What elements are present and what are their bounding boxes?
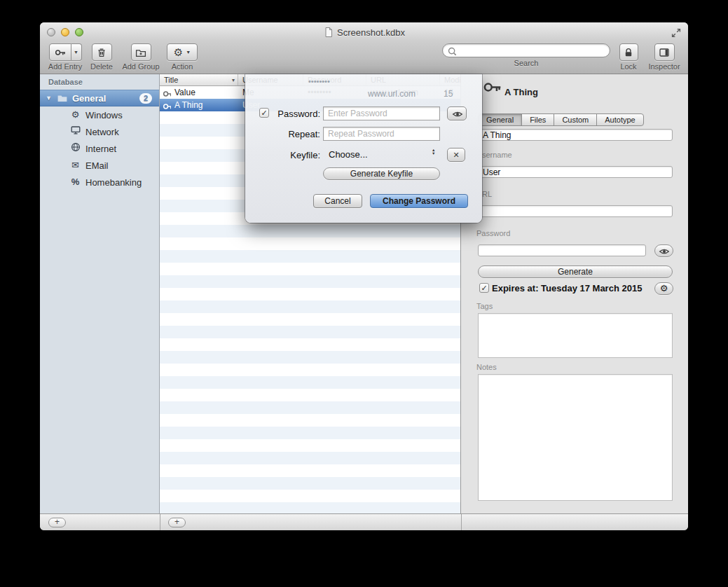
folder-icon: [57, 92, 68, 104]
action-label: Action: [166, 62, 198, 71]
reveal-password-button[interactable]: [447, 106, 467, 120]
add-entry-label: Add Entry: [47, 62, 83, 71]
tab-autotype[interactable]: Autotype: [597, 114, 643, 125]
show-password-button[interactable]: [654, 244, 673, 257]
sidebar-item-label: Windows: [85, 110, 123, 120]
toolbar-add-entry: ▼ Add Entry: [47, 43, 83, 71]
folder-plus-icon: [135, 47, 146, 58]
sidebar-item-label: Internet: [85, 144, 116, 154]
ghost-modified-text: 15: [444, 89, 453, 99]
close-icon: ✕: [453, 151, 459, 160]
ghost-url-text: www.url.com: [368, 89, 415, 99]
bottom-bar: + +: [40, 513, 688, 530]
add-entry-footer-button[interactable]: +: [168, 518, 186, 527]
toolbar-action: ⚙ ▼ Action: [166, 43, 198, 71]
inspector-tabs: General Files Custom Autotype: [478, 113, 644, 126]
sidebar: Database ▼ General 2 ⚙ Windows Network I…: [40, 74, 160, 513]
sidebar-group-label: General: [72, 93, 106, 104]
add-entry-dropdown[interactable]: ▼: [71, 43, 82, 61]
divider: [461, 514, 462, 530]
fullscreen-icon[interactable]: [671, 27, 681, 38]
cancel-button[interactable]: Cancel: [313, 194, 362, 208]
notes-field[interactable]: [478, 374, 673, 501]
keyfile-popup[interactable]: Choose...: [323, 148, 440, 162]
window-title-text: Screenshot.kdbx: [337, 27, 405, 38]
notes-label: Notes: [476, 363, 497, 371]
toolbar-delete: Delete: [86, 43, 117, 71]
sidebar-group-general[interactable]: ▼ General 2: [40, 90, 159, 106]
url-field[interactable]: [478, 205, 673, 217]
dialog-password-label: Password:: [245, 109, 320, 119]
delete-button[interactable]: [92, 43, 112, 61]
tab-files[interactable]: Files: [522, 114, 554, 125]
entry-title: Value: [174, 88, 195, 97]
toolbar-inspector: Inspector: [645, 43, 683, 71]
add-group-label: Add Group: [120, 62, 162, 71]
sidebar-section-header: Database: [40, 74, 159, 90]
expires-label: Expires at: Tuesday 17 March 2015: [492, 283, 642, 294]
document-icon: [323, 27, 334, 38]
username-field[interactable]: [478, 166, 673, 178]
sidebar-item-homebanking[interactable]: % Homebanking: [40, 174, 159, 191]
sidebar-item-internet[interactable]: Internet: [40, 140, 159, 157]
sidebar-item-network[interactable]: Network: [40, 123, 159, 140]
dialog-repeat-input[interactable]: [323, 127, 440, 141]
dialog-password-input[interactable]: [323, 106, 440, 120]
clear-keyfile-button[interactable]: ✕: [447, 148, 465, 162]
window-chrome: Screenshot.kdbx ▼ Add Entry Delete: [40, 22, 688, 74]
inspector-panel-icon: [659, 47, 670, 58]
add-group-footer-button[interactable]: +: [48, 518, 66, 527]
add-group-button[interactable]: [131, 43, 151, 61]
search-input[interactable]: [459, 46, 605, 55]
generate-password-button[interactable]: Generate: [478, 265, 673, 278]
app-window: Screenshot.kdbx ▼ Add Entry Delete: [40, 22, 688, 530]
globe-icon: [69, 141, 81, 156]
trash-icon: [96, 47, 107, 58]
key-icon: [163, 101, 171, 109]
ghost-password-dots: ••••••••: [308, 77, 330, 85]
gear-icon: ⚙: [174, 47, 183, 57]
tab-custom[interactable]: Custom: [554, 114, 597, 125]
eye-icon: [659, 246, 669, 256]
window-title: Screenshot.kdbx: [40, 27, 688, 38]
action-button[interactable]: ⚙ ▼: [167, 43, 198, 61]
banking-icon: %: [69, 177, 81, 188]
envelope-icon: ✉: [69, 160, 81, 171]
tags-field[interactable]: [478, 313, 673, 358]
expires-settings-button[interactable]: ⚙: [654, 282, 673, 295]
sidebar-item-label: Network: [85, 127, 119, 137]
dropdown-arrow-icon: ▼: [74, 50, 78, 55]
lock-icon: [623, 47, 634, 58]
sidebar-item-windows[interactable]: ⚙ Windows: [40, 106, 159, 123]
dialog-keyfile-label: Keyfile:: [245, 150, 320, 160]
password-field[interactable]: [478, 244, 646, 256]
sort-indicator-icon: ▾: [232, 75, 235, 85]
eye-icon: [452, 109, 462, 119]
change-password-dialog: •••••••• www.url.com 15 ✓ Password: Repe…: [245, 74, 482, 223]
toolbar-add-group: Add Group: [120, 43, 162, 71]
sidebar-item-label: EMail: [85, 160, 109, 171]
search-icon: [447, 46, 456, 55]
sidebar-item-email[interactable]: ✉ EMail: [40, 157, 159, 174]
entry-count-badge: 2: [139, 93, 152, 104]
title-field[interactable]: [478, 129, 673, 141]
gear-icon: ⚙: [660, 283, 668, 294]
entry-title: A Thing: [174, 100, 202, 110]
delete-label: Delete: [86, 62, 117, 71]
add-entry-button[interactable]: [49, 43, 71, 61]
column-header-title[interactable]: Title▾: [160, 74, 238, 85]
generate-keyfile-button[interactable]: Generate Keyfile: [323, 167, 440, 180]
tab-general[interactable]: General: [479, 114, 522, 125]
lock-button[interactable]: [619, 43, 638, 61]
search-field[interactable]: [442, 43, 610, 57]
inspector-toggle-button[interactable]: [654, 43, 675, 61]
dialog-repeat-label: Repeat:: [245, 129, 320, 139]
entry-key-icon: [483, 78, 502, 97]
expires-checkbox[interactable]: ✓: [479, 283, 489, 293]
dropdown-arrow-icon: ▼: [186, 50, 191, 55]
check-icon: ✓: [481, 284, 487, 292]
network-icon: [69, 125, 81, 139]
disclosure-triangle-icon[interactable]: ▼: [46, 95, 52, 102]
lock-label: Lock: [616, 62, 641, 71]
change-password-button[interactable]: Change Password: [370, 194, 468, 208]
